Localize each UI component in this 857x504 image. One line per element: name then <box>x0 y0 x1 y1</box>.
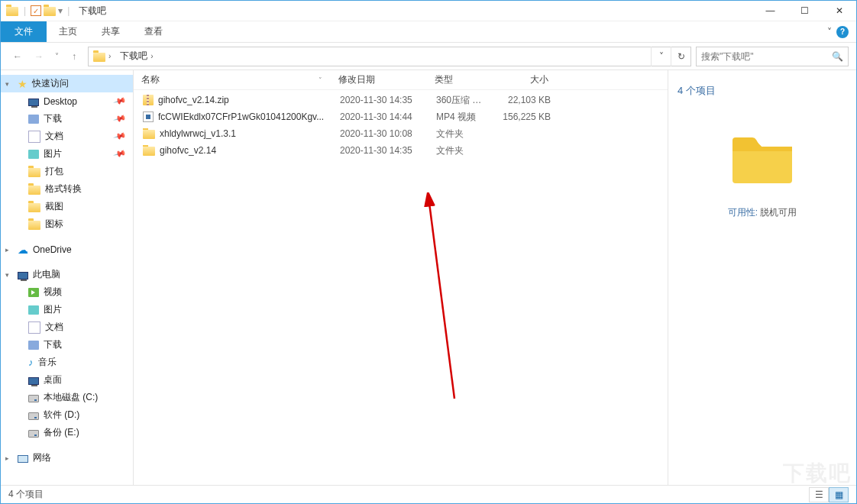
search-input[interactable] <box>701 51 829 62</box>
cell-type: 文件夹 <box>428 128 490 141</box>
sidebar-label: 网络 <box>33 451 51 464</box>
address-segment[interactable]: 下载吧› <box>115 47 157 66</box>
pin-icon: 📌 <box>113 94 128 108</box>
sidebar-item-drive-d[interactable]: 软件 (D:) <box>1 406 133 424</box>
folder-icon <box>143 147 155 156</box>
nav-row: ← → ˅ ↑ › 下载吧› ˅ ↻ 🔍 <box>1 43 856 70</box>
sidebar-network[interactable]: ▸网络 <box>1 449 133 467</box>
chevron-down-icon[interactable]: ▾ <box>5 271 13 279</box>
pin-icon: 📌 <box>113 147 128 160</box>
minimize-icon: — <box>766 5 775 16</box>
zip-icon <box>143 95 154 105</box>
sidebar-label: OneDrive <box>33 244 72 255</box>
sidebar-item-pictures[interactable]: 图片📌 <box>1 145 133 163</box>
cell-size: 156,225 KB <box>490 111 558 122</box>
column-name[interactable]: 名称˅ <box>134 70 331 89</box>
address-dropdown-button[interactable]: ˅ <box>651 47 671 66</box>
sidebar-item-documents[interactable]: 文档📌 <box>1 128 133 145</box>
sidebar-item-downloads2[interactable]: 下载 <box>1 336 133 354</box>
minimize-button[interactable]: — <box>753 1 787 21</box>
view-details-button[interactable]: ☰ <box>809 487 829 502</box>
file-row[interactable]: gihofvc_v2.14.zip2020-11-30 14:35360压缩 Z… <box>135 92 668 108</box>
column-size[interactable]: 大小 <box>488 70 557 89</box>
search-icon[interactable]: 🔍 <box>832 51 843 62</box>
sidebar-item-label: 本地磁盘 (C:) <box>44 391 98 404</box>
close-button[interactable]: ✕ <box>822 1 856 21</box>
ribbon-file-tab[interactable]: 文件 <box>1 21 47 42</box>
sidebar-item-pictures2[interactable]: 图片 <box>1 301 133 318</box>
refresh-button[interactable]: ↻ <box>671 47 690 66</box>
sidebar-item-music[interactable]: ♪音乐 <box>1 354 133 371</box>
qat-open-icon[interactable] <box>43 4 57 18</box>
sidebar-item-label: 截图 <box>45 200 63 213</box>
chevron-down-icon[interactable]: ▾ <box>5 80 13 88</box>
sidebar-item-downloads[interactable]: 下载📌 <box>1 110 133 128</box>
separator: | <box>24 5 26 16</box>
nav-arrows: ← → ˅ ↑ <box>8 47 83 66</box>
sidebar-label: 快速访问 <box>32 77 69 90</box>
cell-date: 2020-11-30 14:35 <box>332 145 428 156</box>
maximize-button[interactable]: ☐ <box>787 1 822 21</box>
address-root-icon[interactable]: › <box>89 47 115 66</box>
qat-dropdown-icon[interactable]: ▾ <box>58 5 63 16</box>
desktop-icon <box>28 377 39 385</box>
forward-button[interactable]: → <box>30 47 48 66</box>
up-button[interactable]: ↑ <box>65 47 83 66</box>
view-switcher: ☰ ▦ <box>809 487 849 502</box>
search-box[interactable]: 🔍 <box>696 47 849 66</box>
availability-label: 可用性: <box>728 207 758 218</box>
column-label: 类型 <box>435 73 453 86</box>
sidebar-item-label: 音乐 <box>38 356 57 369</box>
sidebar-this-pc[interactable]: ▾此电脑 <box>1 266 133 283</box>
file-row[interactable]: fcCWIEkdlx07CFrP1wGk01041200Kgv...2020-1… <box>135 108 668 125</box>
download-icon <box>28 341 39 350</box>
ribbon-expand-icon[interactable]: ˅ <box>827 27 832 37</box>
navigation-pane[interactable]: ▾ ★ 快速访问 Desktop📌 下载📌 文档📌 图片📌 打包 格式转换 截图… <box>1 70 134 485</box>
cell-type: 360压缩 Z... <box>428 94 490 107</box>
file-name: gihofvc_v2.14 <box>160 145 216 156</box>
sidebar-item-label: 打包 <box>45 165 63 178</box>
sidebar-onedrive[interactable]: ▸☁OneDrive <box>1 241 133 258</box>
file-row[interactable]: gihofvc_v2.142020-11-30 14:35文件夹 <box>135 142 668 159</box>
column-label: 大小 <box>530 73 548 86</box>
sidebar-item-desktop[interactable]: Desktop📌 <box>1 92 133 110</box>
help-icon[interactable]: ? <box>836 26 849 38</box>
cell-date: 2020-11-30 10:08 <box>332 128 428 139</box>
pin-icon: 📌 <box>113 111 128 125</box>
sidebar-item-label: 文档 <box>45 130 63 143</box>
sidebar-item-desktop2[interactable]: 桌面 <box>1 371 133 389</box>
ribbon-tab-view[interactable]: 查看 <box>132 21 175 42</box>
sidebar-item-convert[interactable]: 格式转换 <box>1 180 133 198</box>
sidebar-item-label: 图片 <box>44 147 62 160</box>
file-row[interactable]: xhldylwrwcj_v1.3.12020-11-30 10:08文件夹 <box>135 125 668 142</box>
file-list: 名称˅ 修改日期 类型 大小 gihofvc_v2.14.zip2020-11-… <box>134 70 668 485</box>
big-folder-icon <box>728 128 797 186</box>
sidebar-item-pack[interactable]: 打包 <box>1 163 133 180</box>
sidebar-item-drive-e[interactable]: 备份 (E:) <box>1 424 133 441</box>
chevron-right-icon[interactable]: ▸ <box>5 454 13 462</box>
sidebar-quick-access[interactable]: ▾ ★ 快速访问 <box>1 75 133 92</box>
sidebar-item-label: 桌面 <box>44 373 62 386</box>
address-bar[interactable]: › 下载吧› ˅ ↻ <box>88 47 691 66</box>
sidebar-item-videos[interactable]: 视频 <box>1 283 133 301</box>
back-button[interactable]: ← <box>8 47 27 66</box>
qat-properties-icon[interactable]: ✓ <box>31 5 41 16</box>
sidebar-item-documents2[interactable]: 文档 <box>1 318 133 336</box>
sidebar-item-drive-c[interactable]: 本地磁盘 (C:) <box>1 389 133 406</box>
sidebar-item-icons[interactable]: 图标 <box>1 215 133 233</box>
close-icon: ✕ <box>836 5 843 16</box>
view-icons-button[interactable]: ▦ <box>829 487 849 502</box>
availability-row: 可用性: 脱机可用 <box>728 206 797 219</box>
ribbon-tab-share[interactable]: 共享 <box>89 21 132 42</box>
column-type[interactable]: 类型 <box>427 70 488 89</box>
picture-icon <box>28 150 39 159</box>
recent-locations-button[interactable]: ˅ <box>51 47 62 66</box>
ribbon-tab-home[interactable]: 主页 <box>47 21 89 42</box>
file-name: fcCWIEkdlx07CFrP1wGk01041200Kgv... <box>158 111 324 122</box>
sidebar-item-screenshot[interactable]: 截图 <box>1 198 133 215</box>
main-area: ▾ ★ 快速访问 Desktop📌 下载📌 文档📌 图片📌 打包 格式转换 截图… <box>1 70 856 485</box>
sidebar-item-label: Desktop <box>44 96 77 107</box>
column-date[interactable]: 修改日期 <box>331 70 427 89</box>
chevron-right-icon[interactable]: ▸ <box>5 246 13 254</box>
sidebar-item-label: 文档 <box>45 321 63 334</box>
